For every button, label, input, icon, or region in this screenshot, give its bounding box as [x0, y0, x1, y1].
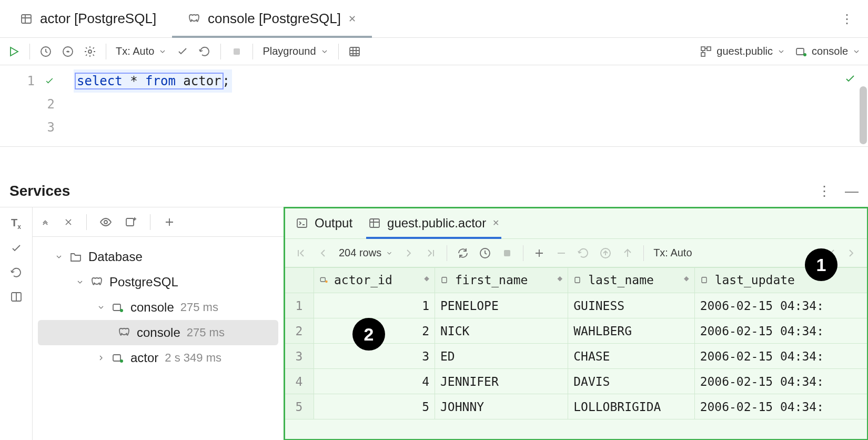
cell[interactable]: 2006-02-15 04:34: [694, 394, 867, 419]
tx-mode-dropdown[interactable]: Tx: Auto [116, 45, 167, 57]
eye-icon[interactable] [99, 216, 112, 228]
schema-icon [700, 45, 712, 58]
close-icon[interactable]: ✕ [348, 13, 356, 25]
spacer [0, 147, 868, 175]
run-icon[interactable] [7, 45, 20, 58]
sort-icon[interactable]: ◆ [558, 273, 563, 283]
grid-view-icon[interactable] [348, 45, 361, 58]
prev-page-icon[interactable] [317, 247, 329, 259]
add-row-icon[interactable] [533, 247, 546, 259]
tx-icon[interactable]: Tx [11, 217, 21, 231]
cell[interactable]: DAVIS [568, 369, 694, 394]
layout-icon[interactable] [10, 291, 23, 303]
remove-row-icon[interactable] [555, 247, 568, 259]
playground-dropdown[interactable]: Playground [263, 45, 328, 57]
check-icon [44, 76, 55, 86]
session-dropdown[interactable]: console [795, 45, 861, 58]
cell[interactable]: JENNIFER [435, 369, 568, 394]
column-header[interactable]: last_name◆ [568, 268, 694, 293]
plan-icon[interactable] [62, 45, 74, 58]
tab-label: actor [PostgreSQL] [40, 11, 156, 27]
sort-icon[interactable]: ◆ [424, 273, 429, 283]
row-number: 1 [285, 293, 314, 318]
stop-icon[interactable] [501, 247, 513, 259]
cell[interactable]: 2006-02-15 04:34: [694, 293, 867, 318]
sort-icon[interactable]: ◆ [684, 273, 689, 283]
close-icon[interactable]: ✕ [492, 218, 499, 228]
tree-label: actor [130, 345, 158, 371]
cell[interactable]: GUINESS [568, 293, 694, 318]
cell[interactable]: 2006-02-15 04:34: [694, 344, 867, 369]
column-header[interactable]: last_update [694, 268, 867, 293]
column-icon [700, 275, 710, 285]
tx-mode-dropdown[interactable]: Tx: Auto [653, 247, 692, 259]
rollback-icon[interactable] [10, 266, 23, 279]
kebab-menu[interactable]: ⋮ [830, 12, 864, 26]
tree-node-database[interactable]: Database [38, 244, 278, 269]
tree-node-postgresql[interactable]: PostgreSQL [38, 269, 278, 295]
add-icon[interactable] [163, 216, 176, 228]
separator [447, 245, 447, 261]
gear-icon[interactable] [84, 45, 96, 58]
column-header[interactable]: first_name◆ [435, 268, 568, 293]
row-number: 2 [285, 318, 314, 344]
tree-node-session[interactable]: console 275 ms [38, 295, 278, 320]
svg-rect-25 [442, 277, 447, 283]
rows-dropdown[interactable]: 204 rows [339, 247, 393, 259]
svg-rect-26 [575, 277, 580, 283]
tree-node-session[interactable]: console 275 ms [38, 320, 278, 345]
submit-icon[interactable] [621, 247, 634, 259]
revert-icon[interactable] [577, 247, 590, 259]
history-icon[interactable] [479, 247, 491, 259]
cell[interactable]: JOHNNY [435, 394, 568, 419]
upload-icon[interactable] [599, 247, 612, 259]
column-header[interactable]: actor_id◆ [314, 268, 435, 293]
cell[interactable]: WAHLBERG [568, 318, 694, 344]
close-icon[interactable] [63, 217, 74, 227]
tab-actor[interactable]: actor [PostgreSQL] [4, 0, 172, 37]
kebab-menu[interactable]: ⋮ [817, 183, 831, 199]
tab-console[interactable]: console [PostgreSQL] ✕ [172, 0, 372, 37]
first-page-icon[interactable] [295, 247, 307, 259]
cell[interactable]: 2006-02-15 04:34: [694, 318, 867, 344]
tree-label: Database [88, 244, 143, 269]
minimize-icon[interactable]: — [845, 183, 859, 199]
table-row[interactable]: 11PENELOPEGUINESS2006-02-15 04:34: [285, 293, 868, 318]
cell[interactable]: 5 [314, 394, 435, 419]
commit-icon[interactable] [176, 45, 189, 58]
commit-icon[interactable] [10, 242, 23, 255]
svg-point-24 [325, 281, 328, 283]
chevron-right-icon [97, 354, 105, 362]
cell[interactable]: ED [435, 344, 568, 369]
schema-dropdown[interactable]: guest.public [700, 45, 785, 58]
collapse-icon[interactable] [40, 217, 51, 227]
stop-icon[interactable] [230, 45, 243, 58]
next-icon[interactable] [845, 247, 857, 259]
history-icon[interactable] [39, 45, 52, 58]
results-tab-table[interactable]: guest.public.actor ✕ [368, 207, 499, 238]
cell[interactable]: PENELOPE [435, 293, 568, 318]
cell[interactable]: 4 [314, 369, 435, 394]
code-area[interactable]: select * from actor; [62, 65, 868, 146]
scrollbar-thumb[interactable] [860, 86, 867, 144]
cell[interactable]: 2006-02-15 04:34: [694, 369, 867, 394]
next-page-icon[interactable] [402, 247, 415, 259]
tree-node-session[interactable]: actor 2 s 349 ms [38, 345, 278, 371]
new-session-icon[interactable] [125, 216, 137, 228]
cell[interactable]: LOLLOBRIGIDA [568, 394, 694, 419]
sql-editor[interactable]: 1 2 3 select * from actor; [0, 65, 868, 147]
check-icon [844, 73, 856, 85]
table-row[interactable]: 55JOHNNYLOLLOBRIGIDA2006-02-15 04:34: [285, 394, 868, 419]
results-tab-output[interactable]: Output [296, 207, 352, 238]
table-row[interactable]: 44JENNIFERDAVIS2006-02-15 04:34: [285, 369, 868, 394]
cell[interactable]: 1 [314, 293, 435, 318]
last-page-icon[interactable] [425, 247, 437, 259]
svg-rect-16 [113, 355, 120, 361]
line-number: 2 [47, 93, 55, 116]
refresh-icon[interactable] [457, 247, 469, 259]
cell[interactable]: CHASE [568, 344, 694, 369]
rollback-icon[interactable] [198, 45, 211, 58]
svg-point-17 [120, 359, 123, 363]
tree-time: 2 s 349 ms [165, 345, 221, 371]
cell[interactable]: NICK [435, 318, 568, 344]
